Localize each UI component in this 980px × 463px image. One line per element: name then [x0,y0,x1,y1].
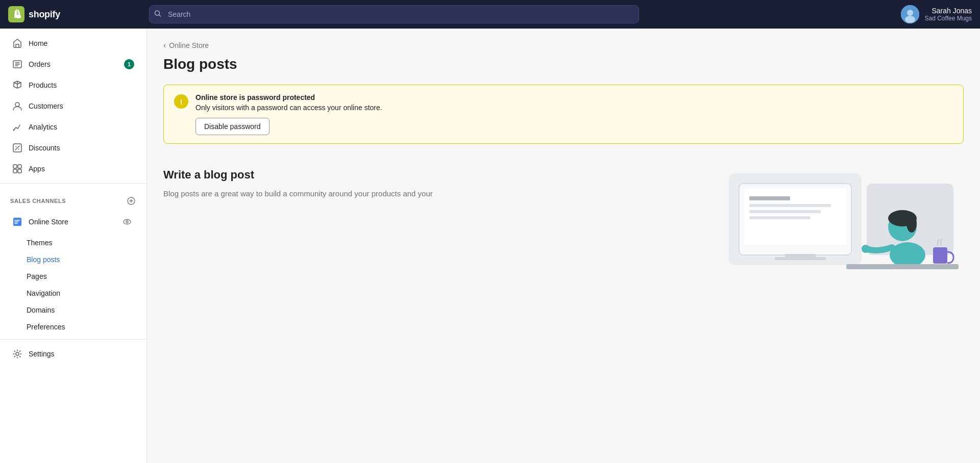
navigation-label: Navigation [27,289,60,297]
preferences-label: Preferences [27,323,65,331]
sidebar-label-apps: Apps [29,165,45,173]
top-navigation: shopify Sarah Jonas Sad Coffee Mugs [0,0,980,29]
svg-point-7 [13,130,15,131]
store-icon [12,217,22,227]
warning-content: Online store is password protected Only … [195,93,953,135]
themes-label: Themes [27,239,53,247]
back-arrow-icon: ‹ [163,41,166,50]
divider [0,183,146,184]
add-sales-channel-button[interactable] [126,196,136,206]
sidebar-label-orders: Orders [29,60,51,68]
svg-point-4 [905,16,915,23]
svg-rect-11 [13,165,17,168]
warning-title: Online store is password protected [195,93,953,101]
sidebar-item-products[interactable]: Products [4,75,142,95]
products-icon [12,80,22,90]
logo-area[interactable]: shopify [8,6,141,22]
user-store: Sad Coffee Mugs [924,15,972,22]
svg-point-34 [862,245,870,253]
divider-bottom [0,339,146,340]
subnav-domains[interactable]: Domains [4,302,142,318]
svg-point-30 [890,242,925,268]
sidebar-label-settings: Settings [29,350,55,358]
search-icon [154,10,161,19]
pages-label: Pages [27,272,47,280]
page-title: Blog posts [163,56,964,72]
svg-rect-36 [846,264,959,269]
warning-description: Only visitors with a password can access… [195,104,953,112]
breadcrumb-text: Online Store [169,41,209,49]
sidebar-label-customers: Customers [29,102,63,110]
blog-posts-label: Blog posts [27,255,60,264]
apps-icon [12,164,22,174]
logo-text: shopify [29,9,60,20]
svg-point-9 [16,146,17,147]
shopify-logo-icon [8,6,24,22]
svg-rect-26 [749,210,821,213]
domains-label: Domains [27,306,55,314]
subnav-pages[interactable]: Pages [4,268,142,285]
warning-banner: ! Online store is password protected Onl… [163,85,964,144]
sidebar-item-discounts[interactable]: Discounts [4,138,142,158]
warning-icon: ! [174,94,188,109]
orders-badge: 1 [124,59,134,69]
sales-channels-label: SALES CHANNELS [0,188,146,209]
blog-empty-description: Blog posts are a great way to build a co… [163,188,459,200]
svg-point-18 [126,221,128,223]
sidebar-item-settings[interactable]: Settings [4,344,142,364]
subnav-blog-posts[interactable]: Blog posts [4,251,142,268]
sidebar-item-apps[interactable]: Apps [4,159,142,179]
subnav-navigation[interactable]: Navigation [4,285,142,301]
svg-point-33 [906,214,917,233]
svg-rect-27 [749,216,811,219]
blog-empty-state: Write a blog post Blog posts are a great… [163,156,964,298]
blog-empty-title: Write a blog post [163,168,459,182]
settings-icon [12,349,22,359]
sidebar-label-products: Products [29,81,57,89]
svg-point-19 [16,352,19,355]
search-input[interactable] [149,5,639,23]
sidebar-label-home: Home [29,39,47,47]
svg-point-6 [15,102,19,107]
orders-icon [12,59,22,69]
subnav-themes[interactable]: Themes [4,235,142,251]
illustration-svg [719,168,964,286]
avatar [901,5,919,23]
subnav-preferences[interactable]: Preferences [4,319,142,335]
analytics-icon [12,122,22,132]
svg-rect-24 [749,196,790,200]
svg-rect-13 [13,169,17,173]
sidebar-label-discounts: Discounts [29,144,60,152]
preview-button[interactable] [120,215,134,229]
sidebar-item-home[interactable]: Home [4,33,142,54]
discounts-icon [12,143,22,153]
sidebar: Home Orders 1 Products [0,29,147,463]
home-icon [12,38,22,48]
sidebar-item-online-store[interactable]: Online Store [4,210,142,234]
sidebar-item-customers[interactable]: Customers [4,96,142,116]
svg-rect-12 [18,165,21,168]
svg-point-17 [124,220,131,224]
svg-rect-14 [18,169,21,173]
svg-rect-35 [933,247,947,264]
search-bar[interactable] [149,5,639,23]
online-store-label: Online Store [29,218,68,226]
blog-illustration [480,168,964,286]
svg-point-3 [907,10,913,16]
main-content: ‹ Online Store Blog posts ! Online store… [147,29,980,463]
svg-point-10 [18,149,19,150]
customers-icon [12,101,22,111]
sidebar-label-analytics: Analytics [29,123,57,131]
svg-rect-29 [775,257,826,260]
user-info: Sarah Jonas Sad Coffee Mugs [924,7,972,22]
breadcrumb[interactable]: ‹ Online Store [163,41,964,50]
blog-empty-text: Write a blog post Blog posts are a great… [163,168,459,200]
sidebar-item-orders[interactable]: Orders 1 [4,54,142,74]
user-name: Sarah Jonas [924,7,972,15]
user-menu[interactable]: Sarah Jonas Sad Coffee Mugs [901,5,972,23]
sidebar-item-analytics[interactable]: Analytics [4,117,142,137]
app-body: Home Orders 1 Products [0,29,980,463]
svg-rect-25 [749,204,831,207]
disable-password-button[interactable]: Disable password [195,118,270,135]
